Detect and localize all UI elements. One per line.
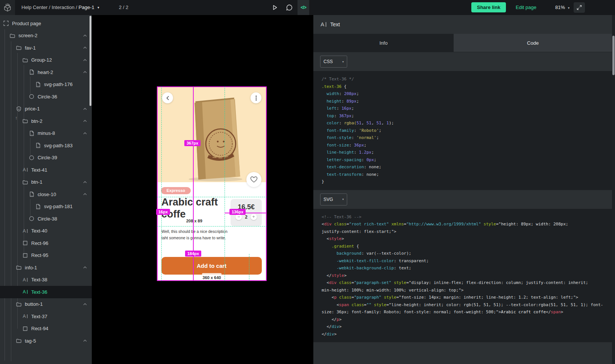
layer-row-price-1[interactable]: price-1: [0, 103, 92, 115]
chevron-up-icon[interactable]: [83, 338, 87, 343]
css-code-block[interactable]: /* Text-36 */.text-36 { width: 208px; he…: [313, 71, 612, 190]
layer-row-btn-1[interactable]: btn-1: [0, 176, 92, 189]
breadcrumb[interactable]: Help Center / Interaction / Page-1 ▾: [21, 0, 99, 15]
chevron-up-icon[interactable]: [83, 70, 87, 74]
layer-row-text-41[interactable]: AText-41: [0, 164, 92, 176]
chevron-up-icon[interactable]: [83, 119, 87, 123]
chevron-up-icon[interactable]: [83, 180, 87, 184]
css-language-dropdown[interactable]: CSS ▾: [320, 56, 347, 68]
zoom-level-dropdown[interactable]: 81% ▾: [555, 0, 569, 15]
chevron-down-icon[interactable]: ▾: [97, 6, 99, 9]
layer-row-svg-path-176[interactable]: svg-path-176: [0, 79, 92, 91]
folder-icon: [22, 179, 28, 185]
code-view-icon[interactable]: </>: [298, 0, 309, 15]
chevron-down-icon: ▾: [342, 198, 344, 201]
chevron-up-icon[interactable]: [83, 33, 87, 38]
favorite-button[interactable]: [246, 172, 261, 187]
tab-info[interactable]: Info: [313, 34, 454, 52]
layer-row-heart-2[interactable]: heart-2: [0, 66, 92, 79]
design-canvas[interactable]: Expresso Arabic craft coffe 208 x 89 16.…: [92, 15, 313, 364]
layer-row-button-1[interactable]: button-1: [0, 298, 92, 311]
zoom-level-value: 81%: [555, 5, 565, 10]
circle-icon: [29, 94, 35, 100]
css-dropdown-value: CSS: [323, 59, 333, 64]
folder-icon: [22, 57, 28, 63]
chevron-up-icon[interactable]: [83, 107, 87, 111]
layer-row-info-1[interactable]: info-1: [0, 261, 92, 274]
top-bar: Help Center / Interaction / Page-1 ▾ 2 /…: [0, 0, 615, 15]
layer-label: heart-2: [38, 69, 53, 75]
increase-button[interactable]: +: [251, 214, 257, 220]
product-image-area[interactable]: [157, 86, 267, 182]
back-button[interactable]: [162, 92, 173, 103]
chevron-up-icon[interactable]: [83, 302, 87, 307]
play-icon[interactable]: [271, 4, 278, 11]
menu-button[interactable]: [251, 92, 261, 103]
layer-row-screen-2[interactable]: screen-2: [0, 30, 92, 42]
fullscreen-button[interactable]: [574, 2, 585, 13]
layer-row-text-38[interactable]: AText-38: [0, 274, 92, 286]
circle-icon: [29, 216, 35, 222]
code-line: top: 367px;: [322, 112, 612, 120]
product-title[interactable]: Arabic craft coffe: [161, 196, 228, 221]
svg-code-block[interactable]: <!-- Text-36 --><div class="root rich-te…: [313, 209, 612, 343]
home-indicator: [202, 273, 222, 275]
layer-row-circle-39[interactable]: Circle-39: [0, 152, 92, 164]
svg-file-icon: [35, 82, 41, 88]
rect-icon: [22, 252, 28, 258]
layer-row-text-37[interactable]: AText-37: [0, 310, 92, 323]
tab-code[interactable]: Code: [454, 34, 612, 52]
layer-row-circle-36[interactable]: Circle-36: [0, 91, 92, 103]
layer-label: Product page: [12, 21, 41, 26]
code-line: </div>: [322, 323, 612, 331]
svg-format-dropdown[interactable]: SVG ▾: [320, 193, 347, 205]
layer-row-text-36[interactable]: AText-36: [0, 286, 92, 298]
layer-row-minus-8[interactable]: minus-8: [0, 127, 92, 140]
layer-row-close-10[interactable]: close-10: [0, 188, 92, 201]
price-panel[interactable]: 16.5€ − 2 +: [231, 199, 262, 226]
layer-label: Text-40: [31, 228, 47, 234]
description-line: taht someone is gonna have to write.: [161, 235, 255, 241]
category-tag[interactable]: Expresso: [161, 187, 191, 194]
chevron-up-icon[interactable]: [83, 265, 87, 270]
scrollbar-thumb[interactable]: [612, 36, 615, 75]
sidebar-scrollbar[interactable]: [90, 16, 91, 106]
chevron-up-icon[interactable]: [83, 131, 87, 136]
add-to-cart-button[interactable]: Add to cart: [161, 257, 262, 275]
product-screen[interactable]: Expresso Arabic craft coffe 208 x 89 16.…: [157, 86, 267, 281]
app-logo[interactable]: [0, 0, 15, 15]
layer-row-svg-path-181[interactable]: svg-path-181: [0, 201, 92, 213]
comment-icon[interactable]: [285, 4, 293, 11]
expand-icon: [576, 5, 582, 11]
chevron-up-icon[interactable]: [83, 58, 87, 62]
layer-label: Circle-39: [38, 155, 57, 160]
layer-row-group-12[interactable]: Group-12: [0, 54, 92, 66]
folder-icon: [22, 118, 28, 124]
layer-row-tag-5[interactable]: tag-5: [0, 335, 92, 347]
layer-row-circle-38[interactable]: Circle-38: [0, 213, 92, 225]
layer-row-text-40[interactable]: AText-40: [0, 225, 92, 237]
chevron-down-icon: ▾: [568, 6, 570, 10]
layer-row-fav-1[interactable]: fav-1: [0, 42, 92, 54]
text-icon: A: [22, 313, 28, 319]
code-line: -webkit-text-fill-color: transparent;: [322, 257, 612, 265]
code-icon-glyph: </>: [301, 5, 306, 10]
layer-row-btn-2[interactable]: btn-2: [0, 115, 92, 127]
code-line: </p>: [322, 316, 612, 323]
layer-row-product page[interactable]: Product page: [0, 17, 92, 30]
svg-text:A: A: [23, 289, 26, 295]
chevron-up-icon[interactable]: [83, 45, 87, 50]
breadcrumb-current[interactable]: Page-1: [79, 5, 94, 10]
layer-label: close-10: [38, 192, 56, 197]
layer-row-rect-96[interactable]: Rect-96: [0, 237, 92, 249]
layer-row-svg-path-183[interactable]: svg-path-183: [0, 139, 92, 152]
layers-sidebar: Product pagescreen-2fav-1Group-12heart-2…: [0, 15, 92, 364]
code-line: letter-spacing: 0px;: [322, 156, 612, 164]
decrease-button[interactable]: −: [235, 214, 242, 220]
share-link-button[interactable]: Share link: [471, 2, 506, 12]
edit-page-link[interactable]: Edit page: [516, 0, 536, 15]
layer-row-rect-95[interactable]: Rect-95: [0, 249, 92, 262]
layer-row-rect-94[interactable]: Rect-94: [0, 323, 92, 335]
code-line: left: 16px;: [322, 105, 612, 112]
chevron-up-icon[interactable]: [83, 192, 87, 196]
